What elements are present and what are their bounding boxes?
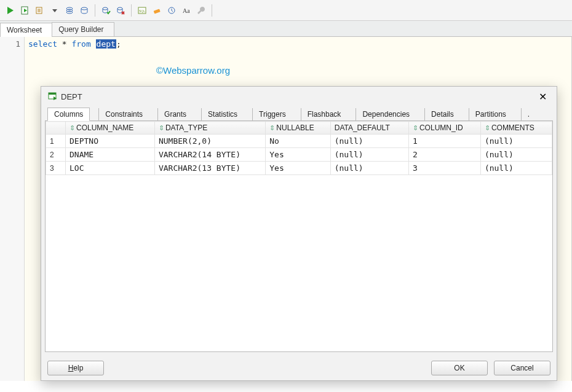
svg-text:Aa: Aa	[183, 7, 190, 14]
cell-rownum: 2	[46, 148, 66, 162]
cell-comments: (null)	[480, 148, 552, 162]
dialog-footer: Help OK Cancel	[41, 356, 557, 380]
svg-marker-4	[52, 9, 57, 12]
svg-rect-17	[49, 93, 56, 95]
cancel-button[interactable]: Cancel	[494, 361, 550, 375]
header-comments[interactable]: ⇕COMMENTS	[480, 122, 552, 135]
cell-nullable: No	[266, 135, 330, 148]
sort-icon: ⇕	[485, 124, 490, 131]
explain-icon[interactable]	[33, 4, 47, 17]
cell-data-type: VARCHAR2(13 BYTE)	[154, 162, 265, 175]
tab-details[interactable]: Details	[424, 108, 460, 120]
table-row[interactable]: 1 DEPTNO NUMBER(2,0) No (null) 1 (null)	[46, 135, 552, 148]
header-nullable[interactable]: ⇕NULLABLE	[266, 122, 330, 135]
sort-icon: ⇕	[413, 124, 418, 131]
run-icon[interactable]	[4, 4, 17, 17]
cell-column-name: LOC	[66, 162, 155, 175]
cell-data-default: (null)	[330, 135, 408, 148]
dropdown-icon[interactable]	[48, 4, 62, 17]
cell-rownum: 3	[46, 162, 66, 175]
svg-point-10	[117, 7, 122, 10]
columns-grid: ⇕COLUMN_NAME ⇕DATA_TYPE ⇕NULLABLE DATA_D…	[45, 121, 553, 352]
svg-marker-0	[7, 7, 14, 14]
line-number: 1	[0, 39, 20, 49]
semicolon: ;	[116, 39, 121, 49]
header-column-name[interactable]: ⇕COLUMN_NAME	[66, 122, 155, 135]
svg-point-9	[103, 7, 108, 10]
wrench-icon[interactable]	[194, 4, 208, 17]
sql-icon[interactable]: SQL	[135, 4, 149, 17]
history-icon[interactable]	[165, 4, 178, 17]
autotrace-icon[interactable]	[63, 4, 76, 17]
cell-column-id: 2	[408, 148, 480, 162]
sort-icon: ⇕	[159, 124, 164, 131]
cell-comments: (null)	[480, 135, 552, 148]
tab-statistics[interactable]: Statistics	[201, 108, 244, 120]
header-rownum[interactable]	[46, 122, 66, 135]
table-row[interactable]: 3 LOC VARCHAR2(13 BYTE) Yes (null) 3 (nu…	[46, 162, 552, 175]
table-describe-dialog: DEPT ✕ Columns Constraints Grants Statis…	[41, 86, 557, 381]
keyword-select: select	[28, 39, 57, 49]
cell-column-name: DEPTNO	[66, 135, 155, 148]
dialog-title-text: DEPT	[61, 92, 82, 101]
cell-data-default: (null)	[330, 162, 408, 175]
tab-more[interactable]: .	[521, 108, 536, 120]
cell-comments: (null)	[480, 162, 552, 175]
line-gutter: 1	[0, 37, 25, 381]
svg-point-8	[81, 7, 87, 10]
svg-rect-13	[154, 9, 161, 14]
header-column-id[interactable]: ⇕COLUMN_ID	[408, 122, 480, 135]
case-icon[interactable]: Aa	[180, 4, 193, 17]
tab-triggers[interactable]: Triggers	[252, 108, 292, 120]
cell-nullable: Yes	[266, 162, 330, 175]
tab-partitions[interactable]: Partitions	[469, 108, 512, 120]
cell-column-id: 1	[408, 135, 480, 148]
svg-text:SQL: SQL	[139, 9, 145, 13]
cell-rownum: 1	[46, 135, 66, 148]
help-button[interactable]: Help	[47, 361, 104, 375]
eraser-icon[interactable]	[150, 4, 164, 17]
table-row[interactable]: 2 DNAME VARCHAR2(14 BYTE) Yes (null) 2 (…	[46, 148, 552, 162]
tab-flashback[interactable]: Flashback	[301, 108, 348, 120]
tab-grants[interactable]: Grants	[157, 108, 193, 120]
close-icon[interactable]: ✕	[535, 90, 550, 104]
commit-icon[interactable]	[99, 4, 113, 17]
cell-column-id: 3	[408, 162, 480, 175]
tab-query-builder[interactable]: Query Builder	[52, 22, 114, 36]
tab-columns[interactable]: Columns	[47, 108, 90, 121]
cell-data-default: (null)	[330, 148, 408, 162]
star-token: *	[62, 39, 67, 49]
worksheet-tabs: Worksheet Query Builder	[0, 21, 572, 37]
db-icon-2[interactable]	[77, 4, 91, 17]
header-data-type[interactable]: ⇕DATA_TYPE	[154, 122, 265, 135]
dialog-titlebar: DEPT ✕	[41, 87, 557, 106]
cell-data-type: VARCHAR2(14 BYTE)	[154, 148, 265, 162]
watermark-text: ©Websparrow.org	[156, 65, 230, 76]
run-script-icon[interactable]	[18, 4, 32, 17]
tab-dependencies[interactable]: Dependencies	[356, 108, 416, 120]
sort-icon: ⇕	[70, 124, 75, 131]
table-name-selected: dept	[96, 39, 116, 49]
cell-data-type: NUMBER(2,0)	[154, 135, 265, 148]
tab-worksheet[interactable]: Worksheet	[0, 23, 52, 37]
sort-icon: ⇕	[269, 124, 275, 131]
main-toolbar: SQL Aa	[0, 0, 572, 21]
ok-button[interactable]: OK	[431, 361, 488, 375]
cell-column-name: DNAME	[66, 148, 155, 162]
keyword-from: from	[71, 39, 90, 49]
rollback-icon[interactable]	[114, 4, 127, 17]
cell-nullable: Yes	[266, 148, 330, 162]
header-data-default[interactable]: DATA_DEFAULT	[330, 122, 408, 135]
tab-constraints[interactable]: Constraints	[98, 108, 149, 120]
dialog-tabs: Columns Constraints Grants Statistics Tr…	[45, 106, 553, 121]
table-icon	[47, 91, 57, 103]
